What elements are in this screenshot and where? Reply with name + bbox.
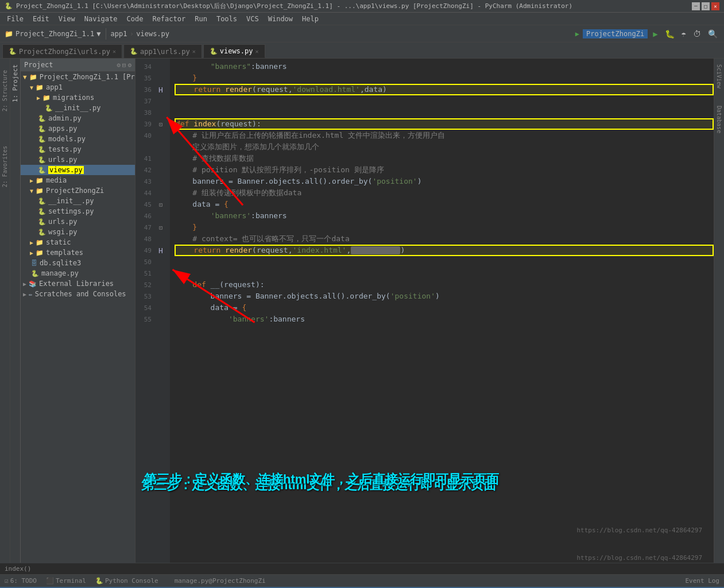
sciview-label[interactable]: SciView	[716, 64, 722, 88]
project-tab-label: 1: Project	[11, 64, 19, 102]
todo-tab[interactable]: ☑ 6: TODO	[0, 575, 41, 587]
menu-tools[interactable]: Tools	[212, 14, 242, 24]
tree-item-urls1[interactable]: 🐍 urls.py	[21, 154, 135, 165]
gutter-row: 46	[135, 210, 170, 222]
event-log-btn[interactable]: Event Log	[680, 577, 724, 585]
folder-icon-media: 📁	[36, 177, 44, 184]
debug-icon[interactable]: 🐛	[663, 29, 676, 38]
menu-help[interactable]: Help	[297, 14, 323, 24]
tree-item-init1[interactable]: 🐍 __init__.py	[21, 103, 135, 113]
minimize-button[interactable]: ─	[692, 2, 700, 10]
tree-item-tests[interactable]: 🐍 tests.py	[21, 144, 135, 154]
run-config-name[interactable]: ProjectZhongZi	[583, 29, 648, 38]
menu-edit[interactable]: Edit	[28, 14, 54, 24]
tree-header-icon1[interactable]: ⚙	[117, 61, 121, 69]
tab-views[interactable]: 🐍 views.py ✕	[203, 44, 265, 58]
profile-icon[interactable]: ⏱	[691, 29, 703, 38]
separator	[106, 28, 106, 40]
tree-item-projectzhongzi[interactable]: ▼ 📁 ProjectZhongZi	[21, 185, 135, 196]
project-panel-tab[interactable]: 1: Project	[10, 59, 21, 563]
right-sidebar: SciView Database	[714, 59, 724, 563]
tab-app1urls[interactable]: 🐍 app1\urls.py ✕	[123, 44, 202, 58]
menu-refactor[interactable]: Refactor	[148, 14, 190, 24]
tab-close-1[interactable]: ✕	[192, 48, 196, 55]
menu-window[interactable]: Window	[264, 14, 297, 24]
py-icon-tests: 🐍	[38, 146, 46, 153]
terminal-tab[interactable]: ⬛ Terminal	[41, 575, 91, 587]
gutter-row: 42	[135, 164, 170, 176]
tree-item-settings[interactable]: 🐍 settings.py	[21, 206, 135, 216]
menu-navigate[interactable]: Navigate	[80, 14, 122, 24]
extlibs-expand-icon: ▶	[23, 281, 26, 287]
run-icon[interactable]: ▶	[651, 29, 659, 38]
tree-item-wsgi[interactable]: 🐍 wsgi.py	[21, 227, 135, 237]
tab-label-1: app1\urls.py	[140, 48, 190, 56]
code-line	[175, 256, 714, 268]
line-number: 51	[138, 270, 154, 277]
tree-item-static[interactable]: ▶ 📁 static	[21, 237, 135, 247]
watermark: https://blog.csdn.net/qq-42864297	[576, 527, 702, 534]
code-line: # 组装传递到模板中的数据data	[175, 187, 714, 199]
tree-item-app1[interactable]: ▼ 📁 app1	[21, 82, 135, 92]
gutter-row: 53	[135, 291, 170, 302]
tree-item-scratches[interactable]: ▶ ✏ Scratches and Consoles	[21, 289, 135, 299]
tree-item-views[interactable]: 🐍 views.py	[21, 165, 135, 175]
line-number: 41	[138, 155, 154, 163]
menu-code[interactable]: Code	[122, 14, 148, 24]
code-line: data = {	[175, 199, 714, 210]
maximize-button[interactable]: □	[702, 2, 710, 10]
tree-item-apps[interactable]: 🐍 apps.py	[21, 123, 135, 134]
menu-run[interactable]: Run	[190, 14, 212, 24]
tree-item-root[interactable]: ▼ 📁 Project_ZhongZi_1.1 [Projec...	[21, 72, 135, 82]
favorites-panel-label[interactable]: 2: Favorites	[2, 146, 8, 187]
close-button[interactable]: ✕	[711, 2, 719, 10]
main-area: 2: Structure 2: Favorites 1: Project Pro…	[0, 59, 724, 563]
tree-item-urls2[interactable]: 🐍 urls.py	[21, 216, 135, 227]
tree-item-templates[interactable]: ▶ 📁 templates	[21, 247, 135, 258]
project-selector[interactable]: 📁 Project_ZhongZi_1.1 ▼	[5, 30, 101, 38]
structure-panel-label[interactable]: 2: Structure	[2, 70, 8, 111]
bottom-toolbar: ☑ 6: TODO ⬛ Terminal 🐍 Python Console ma…	[0, 574, 724, 587]
app1-expand-icon: ▼	[30, 84, 33, 91]
tree-item-admin[interactable]: 🐍 admin.py	[21, 113, 135, 123]
search-icon[interactable]: 🔍	[706, 29, 719, 38]
line-number: 54	[138, 304, 154, 312]
tree-item-migrations[interactable]: ▶ 📁 migrations	[21, 92, 135, 103]
tree-item-manage[interactable]: 🐍 manage.py	[21, 268, 135, 278]
tree-item-db[interactable]: 🗄 db.sqlite3	[21, 258, 135, 268]
coverage-icon[interactable]: ☂	[680, 29, 688, 38]
tree-item-extlibs[interactable]: ▶ 📚 External Libraries	[21, 278, 135, 289]
database-label[interactable]: Database	[716, 106, 722, 133]
tree-header-icon3[interactable]: ⚙	[127, 61, 131, 69]
tree-item-models[interactable]: 🐍 models.py	[21, 134, 135, 144]
tree-item-init2[interactable]: 🐍 __init__.py	[21, 196, 135, 206]
line-number: 36	[138, 86, 154, 94]
line-number: 50	[138, 258, 154, 266]
tab-close-0[interactable]: ✕	[113, 48, 116, 55]
py-icon-apps: 🐍	[38, 125, 46, 133]
pz-expand-icon: ▼	[30, 188, 33, 194]
code-line: # context= 也可以省略不写，只写一个data	[175, 233, 714, 245]
tab-projecturls[interactable]: 🐍 ProjectZhongZi\urls.py ✕	[2, 44, 122, 58]
menu-view[interactable]: View	[54, 14, 80, 24]
code-line: # 让用户在后台上传的轮播图在index.html 文件中渲染出来，方便用户自	[175, 130, 714, 141]
app-icon: 🐍	[5, 2, 13, 10]
gutter-row: 48	[135, 233, 170, 245]
tab-close-2[interactable]: ✕	[255, 48, 259, 55]
code-editor[interactable]: 343536H373839⊡404142434445⊡4647⊡4849H505…	[135, 59, 714, 563]
tree-header-icon2[interactable]: ⊟	[122, 61, 126, 69]
python-console-label: Python Console	[105, 577, 158, 585]
line-number: 39	[138, 121, 154, 128]
py-icon-urls1: 🐍	[38, 156, 46, 164]
tree-label-admin: admin.py	[48, 114, 82, 122]
tree-item-media[interactable]: ▶ 📁 media	[21, 175, 135, 185]
python-console-tab[interactable]: 🐍 Python Console	[91, 575, 163, 587]
app-breadcrumb[interactable]: app1	[111, 30, 127, 38]
gutter-row: 35	[135, 72, 170, 84]
tabbar: 🐍 ProjectZhongZi\urls.py ✕ 🐍 app1\urls.p…	[0, 42, 724, 59]
folder-icon-migrations: 📁	[42, 94, 51, 102]
menu-file[interactable]: File	[2, 14, 28, 24]
code-line: def index(request):	[175, 118, 714, 130]
menu-vcs[interactable]: VCS	[242, 14, 264, 24]
file-breadcrumb[interactable]: views.py	[136, 30, 169, 38]
